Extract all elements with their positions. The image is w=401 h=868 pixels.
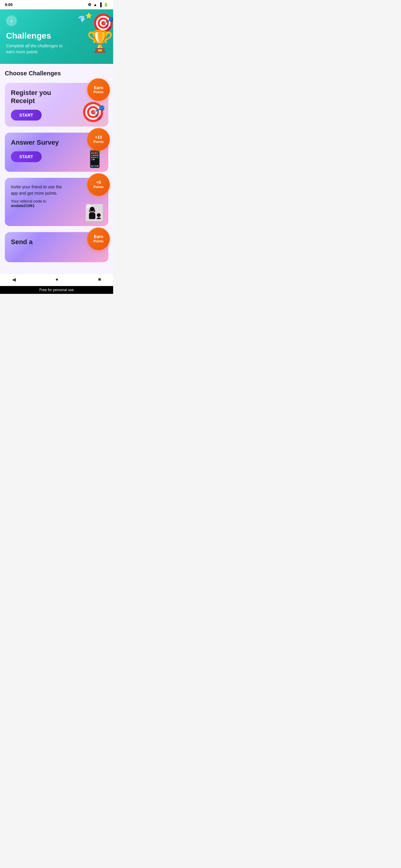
signal-icon: ▐ [99,2,102,7]
star-decoration: ⭐ [85,12,92,19]
points-badge-3: +5 Points [87,173,110,196]
challenge-card-referral: +5 Points Invite your friend to use the … [5,178,108,226]
battery-icon: 🔋 [104,2,108,7]
referral-description: Invite your friend to use the app and ge… [11,184,68,196]
nav-home-icon[interactable]: ● [56,277,59,282]
back-arrow-icon: ‹ [10,18,12,24]
nav-recent-icon[interactable]: ■ [98,277,101,282]
section-title: Choose Challenges [5,70,108,77]
watermark-text: Free for personal use [39,288,74,292]
card-illustration-3: 👩‍👦 [85,204,105,223]
system-nav-bar: ◀ ● ■ [0,274,113,286]
challenge-card-survey: +10 Points Answer Survey START 📱 [5,133,108,172]
header-banner: ‹ Challenges Complete all the challenges… [0,9,113,64]
card-title-4: Send a [11,238,65,246]
sparkle-decoration: 💎 [78,16,86,23]
wifi-icon: ▲ [93,2,97,7]
trophy-decoration: 🏆 [87,29,113,54]
challenge-card-send: Earn Points Send a [5,232,108,262]
nav-back-icon[interactable]: ◀ [12,277,16,282]
badge-line1-4: Earn [94,234,103,239]
header-illustration: 🎯 🏆 💎 ⭐ [62,12,113,58]
referral-label-text: Your referral code is: [11,199,47,204]
start-button-1[interactable]: START [11,110,41,121]
earn-points-badge-1: Earn Points [87,79,110,101]
page-subtitle: Complete all the challenges to earn more… [6,43,66,55]
referral-code-value: ondate21061 [11,204,35,208]
points-badge-2: +10 Points [87,128,110,151]
badge-line1-1: Earn [94,85,103,90]
card-title-2: Answer Survey [11,138,65,147]
card-illustration-2: 📱 [85,149,105,169]
card-title-1: Register you Receipt [11,89,65,105]
badge-line2-3: Points [93,185,104,189]
start-button-2[interactable]: START [11,151,41,162]
challenge-card-register: Earn Points Register you Receipt START 🎯 [5,83,108,127]
watermark: Free for personal use [0,286,113,294]
badge-line1-3: +5 [96,180,101,185]
settings-icon: ⚙ [88,2,91,7]
earn-points-badge-4: Earn Points [87,227,110,250]
main-content: Choose Challenges Earn Points Register y… [0,64,113,274]
status-time: 9:05 [5,2,13,7]
badge-line2-4: Points [93,239,104,243]
status-bar: 9:05 ⚙ ▲ ▐ 🔋 [0,0,113,9]
badge-line2-2: Points [93,140,104,144]
badge-line2-1: Points [93,90,104,94]
status-icons: ⚙ ▲ ▐ 🔋 [88,2,108,7]
back-button[interactable]: ‹ [6,16,17,26]
badge-line1-2: +10 [95,135,102,140]
card-illustration-1: 🎯 [81,101,105,124]
